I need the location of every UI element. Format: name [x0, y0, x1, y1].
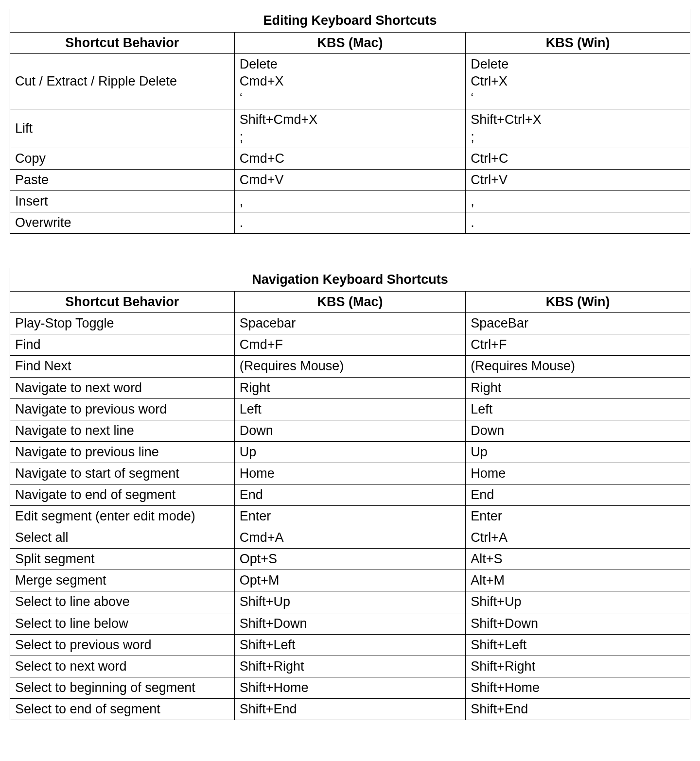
cell-win: Shift+Down [466, 613, 690, 634]
table-row: PasteCmd+VCtrl+V [10, 169, 690, 190]
cell-mac: Home [234, 463, 466, 484]
col-behavior-header: Shortcut Behavior [10, 33, 235, 54]
table-row: Select to previous wordShift+LeftShift+L… [10, 634, 690, 656]
cell-win: Right [466, 377, 690, 398]
cell-behavior: Select to beginning of segment [10, 677, 235, 698]
table-row: Navigate to start of segmentHomeHome [10, 463, 690, 484]
table-row: Select allCmd+ACtrl+A [10, 527, 690, 549]
col-mac-header: KBS (Mac) [234, 292, 466, 313]
table-row: Find Next(Requires Mouse)(Requires Mouse… [10, 356, 690, 377]
page: Editing Keyboard Shortcuts Shortcut Beha… [0, 0, 700, 740]
cell-behavior: Navigate to start of segment [10, 463, 235, 484]
cell-behavior: Split segment [10, 549, 235, 570]
cell-mac: Cmd+V [234, 169, 466, 190]
editing-shortcuts-body: Cut / Extract / Ripple DeleteDeleteCmd+X… [10, 54, 690, 234]
cell-mac: Opt+M [234, 570, 466, 591]
shortcut-line: ‘ [240, 90, 461, 107]
table-row: FindCmd+FCtrl+F [10, 334, 690, 356]
cell-win: Alt+M [466, 570, 690, 591]
table-row: Select to line aboveShift+UpShift+Up [10, 591, 690, 613]
table-row: Play-Stop ToggleSpacebarSpaceBar [10, 313, 690, 334]
shortcut-line: ; [240, 129, 461, 146]
cell-win: Shift+Left [466, 634, 690, 656]
cell-mac: Shift+Up [234, 591, 466, 613]
cell-behavior: Navigate to end of segment [10, 484, 235, 505]
cell-behavior: Navigate to next line [10, 420, 235, 441]
cell-behavior: Find Next [10, 356, 235, 377]
cell-behavior: Insert [10, 190, 235, 212]
cell-win: Ctrl+V [466, 169, 690, 190]
cell-win: Home [466, 463, 690, 484]
cell-mac: Left [234, 398, 466, 420]
table-row: CopyCmd+CCtrl+C [10, 148, 690, 169]
cell-mac: Enter [234, 506, 466, 527]
cell-behavior: Copy [10, 148, 235, 169]
shortcut-line: ‘ [471, 90, 685, 107]
cell-mac: (Requires Mouse) [234, 356, 466, 377]
cell-mac: Spacebar [234, 313, 466, 334]
cell-behavior: Edit segment (enter edit mode) [10, 506, 235, 527]
cell-win: Shift+Up [466, 591, 690, 613]
cell-behavior: Merge segment [10, 570, 235, 591]
cell-win: (Requires Mouse) [466, 356, 690, 377]
table-row: Select to next wordShift+RightShift+Righ… [10, 656, 690, 677]
cell-mac: Opt+S [234, 549, 466, 570]
cell-mac: Shift+Home [234, 677, 466, 698]
cell-behavior: Cut / Extract / Ripple Delete [10, 54, 235, 109]
cell-behavior: Play-Stop Toggle [10, 313, 235, 334]
cell-win: End [466, 484, 690, 505]
table-row: Select to beginning of segmentShift+Home… [10, 677, 690, 698]
cell-mac: Up [234, 441, 466, 463]
shortcut-line: Ctrl+X [471, 73, 685, 90]
cell-win: , [466, 190, 690, 212]
table-row: Navigate to previous lineUpUp [10, 441, 690, 463]
shortcut-line: Delete [471, 56, 685, 73]
navigation-shortcuts-body: Play-Stop ToggleSpacebarSpaceBarFindCmd+… [10, 313, 690, 720]
cell-behavior: Select to previous word [10, 634, 235, 656]
table-row: LiftShift+Cmd+X;Shift+Ctrl+X; [10, 109, 690, 148]
shortcut-line: ; [471, 129, 685, 146]
cell-win: Shift+Home [466, 677, 690, 698]
col-win-header: KBS (Win) [466, 292, 690, 313]
cell-win: Up [466, 441, 690, 463]
cell-win: . [466, 212, 690, 233]
cell-behavior: Navigate to previous line [10, 441, 235, 463]
cell-win: Down [466, 420, 690, 441]
shortcut-line: Cmd+X [240, 73, 461, 90]
col-mac-header: KBS (Mac) [234, 33, 466, 54]
cell-win: DeleteCtrl+X‘ [466, 54, 690, 109]
cell-win: Shift+Ctrl+X; [466, 109, 690, 148]
cell-mac: End [234, 484, 466, 505]
cell-behavior: Lift [10, 109, 235, 148]
table-spacer [10, 234, 690, 268]
cell-win: Alt+S [466, 549, 690, 570]
cell-win: Ctrl+A [466, 527, 690, 549]
table-title: Editing Keyboard Shortcuts [10, 9, 690, 33]
table-row: Select to line belowShift+DownShift+Down [10, 613, 690, 634]
cell-behavior: Select to end of segment [10, 698, 235, 720]
cell-mac: Shift+Left [234, 634, 466, 656]
cell-win: Ctrl+C [466, 148, 690, 169]
cell-behavior: Select to line below [10, 613, 235, 634]
cell-behavior: Select to next word [10, 656, 235, 677]
table-row: Edit segment (enter edit mode)EnterEnter [10, 506, 690, 527]
table-row: Insert,, [10, 190, 690, 212]
cell-mac: Cmd+F [234, 334, 466, 356]
cell-win: Shift+Right [466, 656, 690, 677]
cell-mac: Cmd+A [234, 527, 466, 549]
cell-win: Shift+End [466, 698, 690, 720]
table-row: Navigate to end of segmentEndEnd [10, 484, 690, 505]
cell-behavior: Navigate to next word [10, 377, 235, 398]
cell-win: Enter [466, 506, 690, 527]
table-row: Cut / Extract / Ripple DeleteDeleteCmd+X… [10, 54, 690, 109]
table-row: Navigate to next wordRightRight [10, 377, 690, 398]
cell-mac: , [234, 190, 466, 212]
cell-behavior: Overwrite [10, 212, 235, 233]
cell-behavior: Select to line above [10, 591, 235, 613]
cell-win: SpaceBar [466, 313, 690, 334]
table-title: Navigation Keyboard Shortcuts [10, 268, 690, 292]
col-win-header: KBS (Win) [466, 33, 690, 54]
table-row: Overwrite.. [10, 212, 690, 233]
table-row: Merge segmentOpt+MAlt+M [10, 570, 690, 591]
cell-win: Ctrl+F [466, 334, 690, 356]
